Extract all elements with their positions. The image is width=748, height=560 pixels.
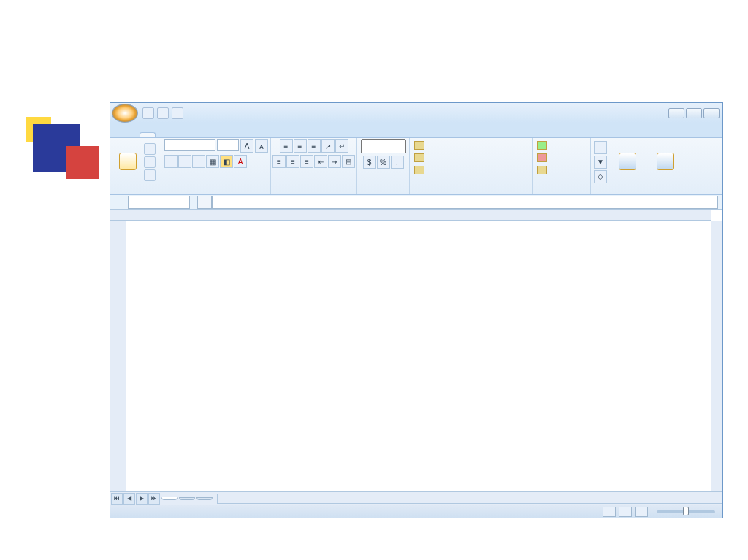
styles-icon [414,166,424,174]
find-icon [657,153,674,170]
align-right-icon[interactable]: ≡ [300,155,313,168]
delete-cells-button[interactable] [535,152,551,164]
wrap-text-icon[interactable]: ↵ [335,139,348,153]
office-button[interactable] [112,104,138,123]
formula-bar-row [110,195,722,210]
maximize-button[interactable] [686,108,702,118]
column-headers[interactable] [126,210,711,221]
tab-view[interactable] [236,132,252,137]
align-left-icon[interactable]: ≡ [272,155,286,168]
orientation-icon[interactable]: ↗ [321,139,335,153]
vertical-scrollbar[interactable] [711,221,722,491]
indent-inc-icon[interactable]: ⇥ [328,155,341,168]
format-icon [537,166,547,174]
ribbon: A ᴀ ▦ ◧ A ≡ ≡ ≡ ↗ [110,138,722,195]
row-headers[interactable] [110,221,126,491]
merge-icon[interactable]: ⊟ [342,155,355,168]
select-all-corner[interactable] [110,210,126,221]
clipboard-group-label [113,184,158,193]
decrease-font-icon[interactable]: ᴀ [255,139,268,153]
currency-icon[interactable]: $ [363,156,376,169]
tab-data[interactable] [204,132,220,137]
worksheet-area [110,210,722,491]
name-box[interactable] [128,196,190,209]
cells-grid[interactable] [126,221,711,491]
tab-nav-first[interactable]: ⏮ [111,493,123,505]
ribbon-tabs [110,123,722,138]
format-painter-icon[interactable] [144,169,156,181]
qat-save-icon[interactable] [142,107,154,119]
percent-icon[interactable]: % [377,156,390,169]
number-group-label [360,184,406,193]
sheet-tab-2[interactable] [179,497,195,500]
sort-filter-button[interactable] [608,142,646,183]
formula-bar[interactable] [212,196,718,209]
font-name-select[interactable] [164,139,215,151]
tab-nav-next[interactable]: ▶ [136,493,148,505]
fx-icon[interactable] [197,196,212,209]
tab-layout[interactable] [172,132,188,137]
tab-formulas[interactable] [188,132,204,137]
tab-review[interactable] [220,132,236,137]
conditional-formatting-button[interactable] [413,139,428,151]
paste-button[interactable] [113,142,142,183]
statusbar [110,505,722,518]
tab-insert[interactable] [156,132,172,137]
styles-group-label [413,184,529,193]
find-select-button[interactable] [648,142,683,183]
editing-group-label [594,184,698,193]
close-button[interactable] [703,108,720,118]
sheet-tabs-row: ⏮ ◀ ▶ ⏭ [110,491,722,505]
align-mid-icon[interactable]: ≡ [294,139,307,153]
indent-dec-icon[interactable]: ⇤ [314,155,327,168]
cond-fmt-icon [414,141,424,150]
sheet-tab-3[interactable] [196,497,213,500]
qat-undo-icon[interactable] [157,107,169,119]
comma-icon[interactable]: , [391,156,404,169]
format-as-table-button[interactable] [413,152,428,164]
view-break-icon[interactable] [635,507,648,517]
qat-redo-icon[interactable] [172,107,183,119]
insert-cells-button[interactable] [535,139,551,151]
underline-button[interactable] [192,155,205,168]
tab-nav-last[interactable]: ⏭ [148,493,160,505]
tab-home[interactable] [140,132,156,137]
paste-icon [119,153,137,170]
copy-icon[interactable] [144,156,156,168]
cells-group-label [535,184,587,193]
minimize-button[interactable] [668,108,684,118]
sort-icon [619,153,636,170]
insert-icon [537,141,547,150]
clear-icon[interactable]: ◇ [594,170,607,183]
decorative-shapes [26,124,91,183]
cut-icon[interactable] [144,143,156,155]
excel-window: A ᴀ ▦ ◧ A ≡ ≡ ≡ ↗ [110,102,723,518]
table-icon [414,153,424,162]
border-icon[interactable]: ▦ [206,155,219,168]
sheet-tab-1[interactable] [161,497,178,500]
tab-team[interactable] [252,132,268,137]
cell-styles-button[interactable] [413,164,428,176]
align-bot-icon[interactable]: ≡ [308,139,321,153]
view-layout-icon[interactable] [619,507,632,517]
bold-button[interactable] [164,155,178,168]
align-top-icon[interactable]: ≡ [280,139,293,153]
number-format-select[interactable] [361,139,406,153]
zoom-slider[interactable] [657,510,715,513]
increase-font-icon[interactable]: A [240,139,253,153]
slide-title [0,0,748,37]
fill-icon[interactable]: ▼ [594,156,607,169]
tab-nav-prev[interactable]: ◀ [123,493,135,505]
italic-button[interactable] [178,155,191,168]
align-center-icon[interactable]: ≡ [286,155,299,168]
font-color-icon[interactable]: A [234,155,247,168]
format-cells-button[interactable] [535,164,551,176]
delete-icon [537,153,547,162]
autosum-icon[interactable] [594,141,607,154]
font-size-select[interactable] [217,139,239,151]
view-normal-icon[interactable] [603,507,616,517]
alignment-group-label [274,184,354,193]
horizontal-scrollbar[interactable] [217,494,722,504]
font-group-label [164,184,267,193]
fill-color-icon[interactable]: ◧ [220,155,233,168]
